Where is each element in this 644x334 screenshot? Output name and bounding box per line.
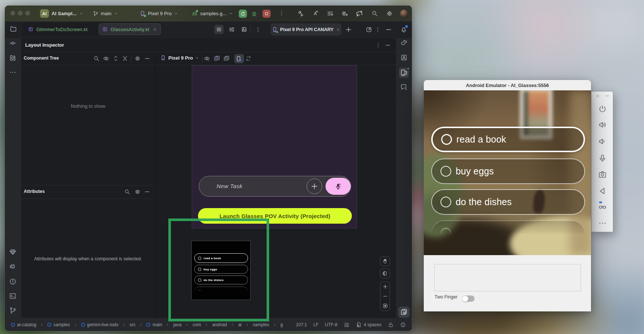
debug-button[interactable] bbox=[250, 10, 258, 18]
terminal-tool-icon[interactable] bbox=[9, 292, 17, 300]
emulator-more-icon[interactable] bbox=[598, 219, 607, 228]
logcat-tool-icon[interactable] bbox=[9, 263, 17, 271]
breadcrumb-item[interactable]: android bbox=[212, 322, 227, 327]
tree-collapse-icon[interactable] bbox=[122, 55, 128, 62]
todo-item[interactable]: do the dishes bbox=[431, 189, 585, 215]
minimize-window-button[interactable] bbox=[18, 11, 23, 16]
breadcrumb-item[interactable]: ai bbox=[238, 322, 241, 327]
breadcrumb-item[interactable]: samples bbox=[47, 322, 70, 327]
run-configuration-selector[interactable]: samples.g... bbox=[191, 6, 233, 21]
add-task-button[interactable] bbox=[307, 178, 322, 194]
device-selector[interactable]: Pixel 9 Pro bbox=[139, 6, 178, 21]
process-selector[interactable]: Pixel 9 Pro bbox=[160, 55, 199, 61]
open-in-window-icon[interactable] bbox=[366, 26, 372, 33]
attributes-hide-icon[interactable] bbox=[144, 188, 151, 195]
breadcrumb-item[interactable]: samples bbox=[253, 322, 270, 327]
live-updates-button[interactable] bbox=[234, 54, 244, 63]
emulator-titlebar[interactable]: Android Emulator - AI_Glasses:5556 bbox=[424, 80, 591, 90]
split-view-button[interactable] bbox=[227, 25, 236, 34]
gradle-tool-icon[interactable] bbox=[400, 39, 408, 47]
close-window-button[interactable] bbox=[10, 11, 15, 16]
indent-style-icon[interactable] bbox=[344, 322, 350, 328]
tab-close-icon[interactable] bbox=[152, 27, 157, 32]
emulator-back-icon[interactable] bbox=[598, 187, 607, 196]
emulator-minimize-icon[interactable] bbox=[605, 93, 610, 98]
git-tool-icon[interactable] bbox=[9, 307, 17, 314]
preview-visibility-icon[interactable] bbox=[204, 55, 210, 62]
preview-mode-button[interactable] bbox=[398, 307, 410, 318]
warnings-icon[interactable] bbox=[400, 322, 406, 328]
emulator-text-input[interactable] bbox=[434, 264, 581, 291]
translate-sync-icon[interactable] bbox=[312, 10, 319, 17]
vcs-branch-widget[interactable]: main bbox=[93, 6, 118, 21]
tree-expand-icon[interactable] bbox=[112, 55, 119, 62]
run-tab-close-icon[interactable] bbox=[336, 27, 340, 32]
zoom-fit-button[interactable] bbox=[380, 301, 390, 311]
search-everywhere-icon[interactable] bbox=[371, 10, 378, 17]
caret-position[interactable]: 107:1 bbox=[296, 322, 307, 327]
gemini-tool-icon[interactable] bbox=[400, 83, 408, 91]
layout-inspector-tool-button[interactable] bbox=[399, 68, 409, 78]
layers-3d-button[interactable] bbox=[380, 268, 390, 278]
assistant-tool-icon[interactable] bbox=[9, 248, 17, 256]
breadcrumb-item[interactable]: main bbox=[146, 322, 162, 327]
todo-item[interactable]: read a book bbox=[431, 127, 585, 152]
breadcrumb-item[interactable]: java bbox=[173, 322, 181, 327]
phone-screen-preview[interactable]: New Task Launch Glasses POV Activity (Pr… bbox=[192, 66, 357, 228]
stop-button[interactable] bbox=[262, 10, 271, 18]
structure-tool-icon[interactable] bbox=[9, 54, 17, 62]
notifications-bell[interactable] bbox=[400, 26, 407, 34]
encoding[interactable]: UTF-8 bbox=[325, 322, 337, 327]
emulator-glasses-button[interactable] bbox=[598, 203, 607, 211]
breadcrumb-item[interactable]: ai-catalog bbox=[11, 322, 36, 327]
emulator-mic-icon[interactable] bbox=[598, 154, 607, 163]
emulator-power-icon[interactable] bbox=[598, 104, 607, 113]
gradle-sync-icon[interactable] bbox=[356, 10, 363, 17]
lock-icon[interactable] bbox=[388, 322, 394, 328]
tab-glimmertodoscreen[interactable]: GlimmerToDoScreen.kt bbox=[23, 24, 99, 35]
project-widget[interactable]: AI AI Sampl... bbox=[40, 6, 83, 21]
todo-item[interactable]: buy eggs bbox=[431, 158, 585, 184]
user-avatar[interactable] bbox=[400, 10, 408, 18]
more-tools-icon[interactable] bbox=[9, 69, 17, 76]
commit-tool-icon[interactable] bbox=[9, 39, 17, 47]
design-view-button[interactable] bbox=[240, 25, 249, 34]
breadcrumb-item[interactable]: com bbox=[192, 322, 201, 327]
snapshot-add-icon[interactable] bbox=[223, 55, 230, 62]
emulator-volume-up-icon[interactable] bbox=[598, 120, 607, 129]
code-view-button[interactable] bbox=[214, 25, 224, 34]
emulator-close-icon[interactable] bbox=[595, 93, 600, 98]
run-more-options-icon[interactable] bbox=[278, 10, 285, 16]
indent-widget[interactable]: 4 spaces bbox=[356, 322, 382, 328]
new-tab-icon[interactable] bbox=[345, 26, 352, 33]
breadcrumb-item[interactable]: gemini-live-todo bbox=[81, 322, 119, 327]
breadcrumb-item[interactable]: g bbox=[280, 322, 283, 327]
project-folder-icon[interactable] bbox=[10, 25, 17, 33]
breadcrumb-item[interactable]: src bbox=[129, 322, 135, 327]
todo-item-partial[interactable] bbox=[431, 220, 585, 246]
problems-tool-icon[interactable] bbox=[9, 278, 17, 285]
breadcrumb[interactable]: ai-catalogsamplesgemini-live-todosrcmain… bbox=[11, 322, 283, 327]
emulator-volume-down-icon[interactable] bbox=[598, 137, 607, 146]
tab-glassesactivity[interactable]: GlassesActivity.kt bbox=[99, 24, 161, 35]
inspector-options-icon[interactable] bbox=[375, 42, 382, 49]
profiler-icon[interactable] bbox=[327, 10, 334, 17]
attach-debugger-icon[interactable] bbox=[341, 10, 348, 17]
tree-search-icon[interactable] bbox=[93, 55, 100, 62]
tab-options-icon[interactable] bbox=[255, 26, 261, 33]
attributes-settings-icon[interactable] bbox=[134, 188, 141, 195]
running-devices-tool-icon[interactable] bbox=[400, 54, 408, 61]
attributes-search-icon[interactable] bbox=[124, 188, 131, 195]
build-run-icon[interactable] bbox=[297, 10, 304, 17]
pan-button[interactable] bbox=[380, 256, 390, 266]
rerun-button[interactable] bbox=[239, 10, 247, 18]
tree-settings-icon[interactable] bbox=[134, 55, 141, 62]
zoom-out-button[interactable] bbox=[380, 291, 390, 301]
emulator-camera-icon[interactable] bbox=[598, 170, 607, 179]
emulator-screen[interactable]: read a bookbuy eggsdo the dishes bbox=[424, 90, 591, 255]
settings-icon[interactable] bbox=[386, 10, 393, 17]
snapshot-export-icon[interactable] bbox=[214, 55, 220, 62]
refresh-icon[interactable] bbox=[245, 55, 252, 62]
zoom-in-button[interactable] bbox=[380, 282, 390, 291]
two-finger-toggle[interactable] bbox=[462, 295, 475, 302]
